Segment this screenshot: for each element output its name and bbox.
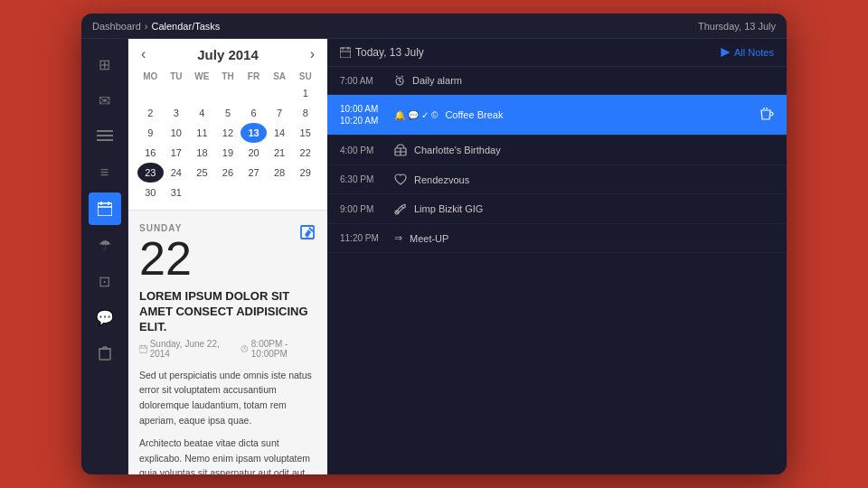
note-meta: Sunday, June 22, 2014 8:00PM - 10:00PM xyxy=(139,339,316,359)
breadcrumb-current: Calendar/Tasks xyxy=(152,21,221,32)
cal-day[interactable] xyxy=(189,83,215,103)
schedule-time: 9:00 PM xyxy=(340,204,394,214)
sidebar-icon-layout[interactable] xyxy=(89,120,121,153)
cal-day[interactable] xyxy=(189,183,215,202)
schedule-item-rendezvous[interactable]: 6:30 PM Rendezvous xyxy=(327,165,787,194)
weekday-fr: FR xyxy=(241,70,267,83)
schedule-item-meetup[interactable]: 11:20 PM ⇒ Meet-UP xyxy=(327,224,787,253)
breadcrumb: Dashboard › Calendar/Tasks xyxy=(92,21,220,32)
cal-day[interactable]: 8 xyxy=(292,103,318,123)
calendar-header: ‹ July 2014 › xyxy=(137,46,318,62)
schedule-event-name: Coffee Break xyxy=(445,109,760,120)
svg-rect-21 xyxy=(340,48,351,58)
calendar-next-button[interactable]: › xyxy=(307,46,318,62)
cal-day[interactable]: 29 xyxy=(292,163,318,183)
cal-day[interactable]: 22 xyxy=(292,143,318,163)
cal-day[interactable]: 28 xyxy=(267,163,293,183)
sidebar-icon-sliders[interactable]: ⊞ xyxy=(89,48,121,80)
cal-day[interactable]: 30 xyxy=(137,183,164,202)
cal-day[interactable] xyxy=(267,83,293,103)
schedule-icons xyxy=(394,144,407,156)
schedule-icons xyxy=(394,174,407,185)
svg-line-36 xyxy=(401,204,405,206)
cal-day[interactable]: 16 xyxy=(137,143,164,163)
cal-day[interactable] xyxy=(215,83,241,103)
weekday-sa: SA xyxy=(267,70,293,83)
schedule-event-name: Limp Bizkit GIG xyxy=(414,203,774,214)
cal-day[interactable]: 14 xyxy=(267,123,293,143)
sidebar-icon-list[interactable]: ≡ xyxy=(89,156,121,189)
cal-day[interactable]: 5 xyxy=(215,103,241,123)
cal-day[interactable]: 11 xyxy=(189,123,215,143)
cal-day[interactable] xyxy=(267,183,293,202)
cal-day[interactable]: 18 xyxy=(189,143,215,163)
sidebar-icon-mail[interactable]: ✉ xyxy=(89,84,121,117)
edit-note-icon[interactable] xyxy=(298,223,316,245)
sidebar-icon-trash[interactable] xyxy=(89,337,121,370)
cal-day[interactable]: 21 xyxy=(267,143,293,163)
cal-day[interactable]: 2 xyxy=(137,103,164,123)
note-body: Sed ut perspiciatis unde omnis iste natu… xyxy=(139,368,316,474)
schedule-date: Today, 13 July xyxy=(340,46,424,59)
cal-day[interactable]: 17 xyxy=(164,143,190,163)
svg-line-28 xyxy=(396,76,398,77)
weekday-we: WE xyxy=(189,70,215,83)
sidebar-icon-calendar[interactable] xyxy=(89,192,121,225)
cal-day[interactable] xyxy=(137,83,164,103)
schedule-item-alarm[interactable]: 7:00 AM Daily alarm xyxy=(327,67,787,95)
right-panel: Today, 13 July All Notes 7:00 AM Dai xyxy=(327,39,787,474)
cal-day[interactable]: 3 xyxy=(164,103,190,123)
cal-day[interactable]: 31 xyxy=(164,183,190,202)
all-notes-link[interactable]: All Notes xyxy=(720,47,774,58)
cal-day[interactable]: 19 xyxy=(215,143,241,163)
svg-rect-7 xyxy=(99,349,110,360)
cal-day-selected[interactable]: 23 xyxy=(137,163,164,183)
cal-day[interactable] xyxy=(241,83,267,103)
main-layout: ⊞ ✉ ≡ ☂ ⊡ 💬 ‹ Jul xyxy=(81,39,787,474)
cal-day[interactable] xyxy=(215,183,241,202)
cal-day[interactable]: 4 xyxy=(189,103,215,123)
weekday-su: SU xyxy=(292,70,318,83)
svg-rect-3 xyxy=(98,203,112,216)
cal-day[interactable]: 10 xyxy=(164,123,190,143)
note-paragraph-2: Architecto beatae vitae dicta sunt expli… xyxy=(139,436,316,474)
cal-day[interactable] xyxy=(292,183,318,202)
schedule-item-gig[interactable]: 9:00 PM Limp Bizkit GIG xyxy=(327,194,787,224)
note-title: LOREM IPSUM DOLOR SIT AMET CONSECT ADIPI… xyxy=(139,289,316,335)
breadcrumb-dashboard[interactable]: Dashboard xyxy=(92,21,141,32)
cal-day[interactable] xyxy=(241,183,267,202)
cal-day[interactable]: 25 xyxy=(189,163,215,183)
cal-day[interactable]: 27 xyxy=(241,163,267,183)
calendar-prev-button[interactable]: ‹ xyxy=(137,46,149,62)
note-date: Sunday, June 22, 2014 xyxy=(139,339,230,359)
cal-day[interactable]: 26 xyxy=(215,163,241,183)
sidebar-icon-chat[interactable]: 💬 xyxy=(89,301,121,333)
svg-line-27 xyxy=(400,81,401,82)
schedule-time: 10:00 AM10:20 AM xyxy=(340,103,394,127)
cal-day[interactable]: 7 xyxy=(267,103,293,123)
cal-day[interactable]: 15 xyxy=(292,123,318,143)
schedule-list: 7:00 AM Daily alarm 10:00 AM10:20 AM 🔔💬✓… xyxy=(327,67,787,474)
left-panel: ‹ July 2014 › MO TU WE TH FR S xyxy=(128,39,327,474)
note-area: SUNDAY 22 LOREM IPSUM DOLOR SIT AMET CON… xyxy=(128,211,327,474)
sidebar-icon-image[interactable]: ⊡ xyxy=(89,265,121,297)
sidebar-icon-umbrella[interactable]: ☂ xyxy=(89,229,121,261)
schedule-event-name: Meet-UP xyxy=(410,233,774,244)
schedule-header: Today, 13 July All Notes xyxy=(327,39,787,67)
cal-day[interactable] xyxy=(164,83,190,103)
cal-day-today[interactable]: 13 xyxy=(241,123,267,143)
coffee-icon xyxy=(760,107,774,123)
cal-day[interactable]: 12 xyxy=(215,123,241,143)
cal-day[interactable]: 20 xyxy=(241,143,267,163)
cal-day[interactable]: 1 xyxy=(292,83,318,103)
cal-day[interactable]: 6 xyxy=(241,103,267,123)
weekday-th: TH xyxy=(215,70,241,83)
svg-rect-1 xyxy=(97,135,113,136)
schedule-item-birthday[interactable]: 4:00 PM Charlotte's Birthday xyxy=(327,136,787,165)
cal-day[interactable]: 9 xyxy=(137,123,164,143)
schedule-item-coffee[interactable]: 10:00 AM10:20 AM 🔔💬✓© Coffee Break xyxy=(327,95,787,136)
cal-day[interactable]: 24 xyxy=(164,163,190,183)
note-paragraph-1: Sed ut perspiciatis unde omnis iste natu… xyxy=(139,368,316,428)
weekday-mo: MO xyxy=(137,70,164,83)
schedule-time: 4:00 PM xyxy=(340,145,394,155)
